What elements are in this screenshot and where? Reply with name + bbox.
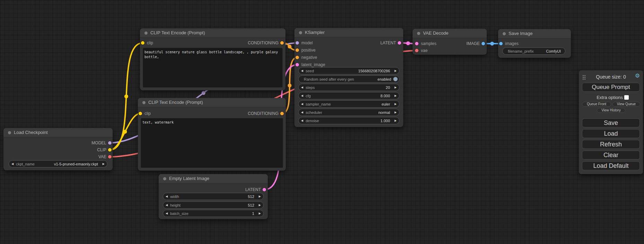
widget-value: 156680208700286 — [314, 69, 392, 73]
increment-icon[interactable]: ▶ — [392, 117, 399, 124]
decrement-icon[interactable]: ◀ — [163, 193, 170, 200]
vae-input-port[interactable] — [415, 49, 418, 52]
widget-label: denoise — [306, 119, 319, 123]
node-load-checkpoint[interactable]: Load Checkpoint MODEL CLIP VAE ◀ ckpt_na… — [3, 128, 113, 170]
clip-input-port[interactable] — [141, 41, 144, 45]
conditioning-output-port[interactable] — [280, 41, 284, 45]
model-output-port[interactable] — [108, 141, 112, 145]
input-label-model: model — [301, 40, 313, 45]
input-label-samples: samples — [421, 41, 436, 46]
refresh-button[interactable]: Refresh — [582, 140, 640, 149]
node-title-bar[interactable]: KSampler — [294, 28, 403, 37]
ckpt-name-widget[interactable]: ◀ ckpt_name v1-5-pruned-emaonly.ckpt ▶ — [9, 160, 107, 168]
prev-value-icon[interactable]: ◀ — [299, 109, 306, 116]
positive-input-port[interactable] — [295, 48, 299, 52]
increment-icon[interactable]: ▶ — [392, 67, 399, 74]
model-input-port[interactable] — [295, 41, 299, 45]
latent-image-input-port[interactable] — [295, 63, 299, 66]
decrement-icon[interactable]: ◀ — [299, 117, 306, 124]
queue-panel[interactable]: Queue size: 0 ⚙ Queue Prompt Extra optio… — [579, 70, 643, 174]
image-output-port[interactable] — [482, 42, 485, 45]
node-title-bar[interactable]: CLIP Text Encode (Prompt) — [138, 98, 286, 107]
collapse-dot-icon[interactable] — [299, 31, 302, 34]
width-widget[interactable]: ◀ width 512 ▶ — [163, 193, 264, 200]
widget-label: height — [170, 203, 180, 207]
scheduler-widget[interactable]: ◀ scheduler normal ▶ — [298, 109, 399, 116]
node-title-bar[interactable]: Load Checkpoint — [3, 128, 113, 137]
widget-value: 512 — [180, 203, 256, 207]
negative-prompt-textarea[interactable]: text, watermark — [141, 118, 283, 168]
vae-output-port[interactable] — [108, 155, 112, 159]
output-label-conditioning: CONDITIONING — [248, 111, 279, 116]
samples-input-port[interactable] — [415, 42, 418, 45]
batch-size-widget[interactable]: ◀ batch_size 1 ▶ — [163, 210, 264, 217]
clip-output-port[interactable] — [108, 148, 112, 152]
node-empty-latent-image[interactable]: Empty Latent Image LATENT ◀ width 512 ▶ … — [159, 174, 268, 219]
collapse-dot-icon[interactable] — [503, 32, 506, 35]
decrement-icon[interactable]: ◀ — [299, 92, 306, 99]
toggle-knob-icon[interactable] — [393, 77, 398, 81]
images-input-port[interactable] — [499, 42, 503, 45]
steps-widget[interactable]: ◀ steps 20 ▶ — [298, 84, 399, 91]
sampler-name-widget[interactable]: ◀ sampler_name euler ▶ — [298, 100, 399, 108]
queue-front-button[interactable]: Queue Front — [582, 102, 611, 107]
decrement-icon[interactable]: ◀ — [299, 67, 306, 74]
clip-input-port[interactable] — [139, 112, 142, 115]
random-seed-toggle[interactable]: Random seed after every gen enabled — [298, 75, 399, 83]
node-ksampler[interactable]: KSampler model positive negative latent_… — [294, 28, 403, 127]
widget-label: steps — [306, 85, 315, 90]
positive-prompt-textarea[interactable]: beautiful scenery nature glass bottle la… — [143, 48, 283, 88]
collapse-dot-icon[interactable] — [163, 177, 166, 180]
negative-input-port[interactable] — [295, 56, 299, 59]
seed-widget[interactable]: ◀ seed 156680208700286 ▶ — [298, 67, 399, 74]
collapse-dot-icon[interactable] — [144, 31, 148, 35]
settings-gear-icon[interactable]: ⚙ — [635, 73, 640, 79]
input-label-latent-image: latent_image — [301, 62, 325, 67]
queue-prompt-button[interactable]: Queue Prompt — [582, 83, 640, 92]
node-clip-text-encode-positive[interactable]: CLIP Text Encode (Prompt) clip CONDITION… — [140, 28, 285, 90]
next-value-icon[interactable]: ▶ — [392, 100, 399, 108]
conditioning-output-port[interactable] — [280, 112, 284, 115]
widget-value: euler — [331, 102, 392, 106]
filename-prefix-widget[interactable]: filename_prefix ComfyUI — [502, 47, 565, 55]
next-value-icon[interactable]: ▶ — [392, 109, 399, 116]
prev-value-icon[interactable]: ◀ — [9, 160, 16, 168]
load-default-button[interactable]: Load Default — [582, 161, 640, 170]
latent-output-port[interactable] — [263, 188, 266, 191]
node-title: Save Image — [509, 31, 532, 36]
node-title-bar[interactable]: CLIP Text Encode (Prompt) — [140, 28, 285, 38]
collapse-dot-icon[interactable] — [8, 131, 11, 134]
increment-icon[interactable]: ▶ — [392, 92, 399, 99]
prev-value-icon[interactable]: ◀ — [299, 100, 306, 108]
node-save-image[interactable]: Save Image images filename_prefix ComfyU… — [498, 29, 571, 58]
denoise-widget[interactable]: ◀ denoise 1.000 ▶ — [298, 117, 399, 124]
node-title-bar[interactable]: VAE Decode — [413, 29, 487, 38]
clear-button[interactable]: Clear — [582, 151, 640, 160]
node-graph-canvas[interactable]: Load Checkpoint MODEL CLIP VAE ◀ ckpt_na… — [0, 0, 644, 244]
increment-icon[interactable]: ▶ — [256, 201, 263, 209]
output-label-image: IMAGE — [466, 41, 480, 46]
decrement-icon[interactable]: ◀ — [163, 210, 170, 217]
widget-value: 20 — [315, 85, 392, 90]
extra-options-checkbox[interactable] — [624, 95, 629, 100]
node-title-bar[interactable]: Empty Latent Image — [159, 174, 268, 183]
increment-icon[interactable]: ▶ — [392, 84, 399, 91]
save-button[interactable]: Save — [582, 118, 640, 127]
node-clip-text-encode-negative[interactable]: CLIP Text Encode (Prompt) clip CONDITION… — [138, 98, 286, 171]
node-vae-decode[interactable]: VAE Decode samples vae IMAGE — [413, 29, 487, 55]
view-history-button[interactable]: View History — [597, 108, 625, 113]
input-label-clip: clip — [147, 40, 153, 45]
view-queue-button[interactable]: View Queue — [612, 102, 640, 107]
collapse-dot-icon[interactable] — [142, 101, 145, 104]
collapse-dot-icon[interactable] — [417, 32, 420, 35]
decrement-icon[interactable]: ◀ — [299, 84, 306, 91]
height-widget[interactable]: ◀ height 512 ▶ — [163, 201, 264, 209]
latent-output-port[interactable] — [398, 41, 401, 45]
increment-icon[interactable]: ▶ — [256, 210, 263, 217]
next-value-icon[interactable]: ▶ — [100, 160, 107, 168]
load-button[interactable]: Load — [582, 129, 640, 138]
decrement-icon[interactable]: ◀ — [163, 201, 170, 209]
node-title-bar[interactable]: Save Image — [498, 29, 571, 38]
cfg-widget[interactable]: ◀ cfg 8.000 ▶ — [298, 92, 399, 99]
increment-icon[interactable]: ▶ — [256, 193, 263, 200]
